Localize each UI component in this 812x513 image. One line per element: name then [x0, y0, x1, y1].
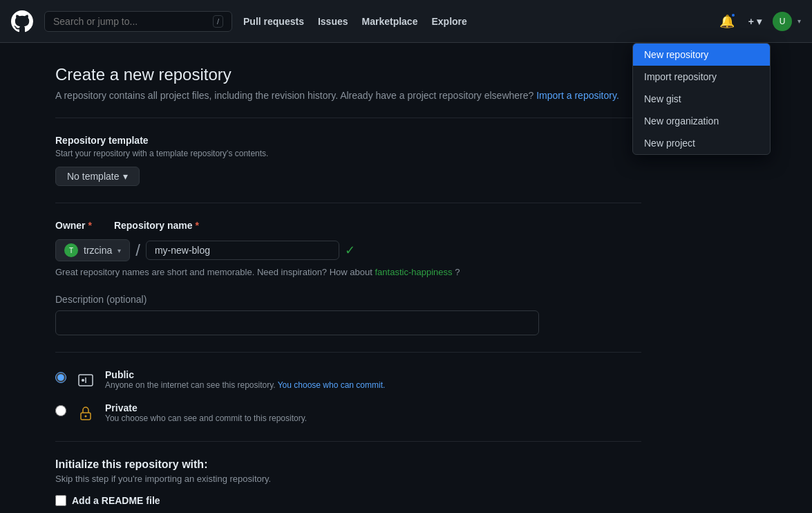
nav-marketplace[interactable]: Marketplace [362, 16, 418, 27]
private-label: Private [105, 402, 307, 413]
initialize-title: Initialize this repository with: [55, 458, 641, 471]
template-hint: Start your repository with a template re… [55, 149, 641, 158]
search-input[interactable] [53, 16, 213, 27]
avatar-label: U [780, 17, 786, 26]
plus-icon: + [748, 16, 754, 27]
divider-3 [55, 352, 641, 353]
description-section: Description (optional) [55, 294, 641, 335]
owner-repo-row: T trzcina ▾ / ✓ [55, 239, 641, 261]
dropdown-import-repository[interactable]: Import repository [633, 66, 770, 88]
dropdown-new-organization[interactable]: New organization [633, 110, 770, 132]
github-logo[interactable] [11, 10, 33, 32]
notifications-button[interactable]: 🔔 [717, 11, 737, 32]
divider-2 [55, 203, 641, 203]
public-option: Public Anyone on the internet can see th… [55, 369, 641, 391]
template-label: Repository template [55, 135, 641, 146]
owner-value: trzcina [84, 245, 112, 256]
divider-4 [55, 441, 641, 442]
nav-issues[interactable]: Issues [318, 16, 348, 27]
initialize-hint: Skip this step if you're importing an ex… [55, 474, 641, 484]
svg-point-4 [85, 416, 87, 418]
import-link[interactable]: Import a repository. [536, 90, 619, 101]
main-content: Create a new repository A repository con… [0, 43, 663, 513]
template-section: Repository template Start your repositor… [55, 135, 641, 186]
readme-checkbox[interactable] [55, 495, 66, 506]
template-button[interactable]: No template ▾ [55, 167, 140, 186]
readme-row: Add a README file [55, 495, 641, 506]
repo-required-marker: * [195, 220, 198, 231]
private-radio[interactable] [55, 405, 66, 416]
page-title: Create a new repository [55, 65, 641, 84]
svg-point-1 [82, 379, 84, 382]
public-icon [75, 369, 97, 391]
private-hint: You choose who can see and commit to thi… [105, 413, 307, 423]
readme-label: Add a README file [72, 495, 160, 506]
subtitle-text: A repository contains all project files,… [55, 90, 534, 101]
private-option: Private You choose who can see and commi… [55, 402, 641, 425]
repo-name-label: Repository name * [114, 220, 199, 231]
public-radio[interactable] [55, 372, 66, 383]
owner-required-marker: * [88, 220, 91, 231]
owner-repo-section: Owner * Repository name * T trzcina ▾ / … [55, 220, 641, 277]
dropdown-new-repository[interactable]: New repository [633, 44, 770, 66]
search-bar[interactable]: / [44, 11, 232, 32]
initialize-section: Initialize this repository with: Skip th… [55, 458, 641, 506]
dropdown-new-project[interactable]: New project [633, 132, 770, 154]
avatar-chevron-icon: ▾ [797, 17, 801, 25]
owner-avatar: T [64, 243, 78, 257]
description-label: Description (optional) [55, 294, 641, 305]
main-nav: Pull requests Issues Marketplace Explore [243, 16, 717, 27]
user-avatar-button[interactable]: U [773, 12, 792, 31]
divider-1 [55, 118, 641, 118]
check-icon: ✓ [345, 243, 355, 258]
dropdown-new-gist[interactable]: New gist [633, 88, 770, 110]
suggestion-text: Great repository names are short and mem… [55, 267, 641, 277]
search-shortcut: / [213, 15, 223, 28]
suggestion-link[interactable]: fantastic-happiness [375, 267, 452, 277]
private-text: Private You choose who can see and commi… [105, 402, 307, 423]
slash-separator: / [135, 241, 140, 260]
owner-chevron-icon: ▾ [117, 247, 121, 254]
repo-name-input[interactable] [146, 241, 339, 260]
page-subtitle: A repository contains all project files,… [55, 90, 641, 101]
private-icon [75, 402, 97, 425]
owner-label: Owner * [55, 220, 92, 231]
nav-pull-requests[interactable]: Pull requests [243, 16, 304, 27]
header-actions: 🔔 + ▾ U ▾ [717, 11, 801, 32]
public-text: Public Anyone on the internet can see th… [105, 369, 385, 390]
visibility-section: Public Anyone on the internet can see th… [55, 369, 641, 425]
chevron-down-icon: ▾ [123, 171, 128, 182]
chevron-down-icon: ▾ [757, 16, 762, 27]
public-hint-link[interactable]: You choose who can commit. [278, 380, 386, 390]
create-menu-button[interactable]: + ▾ [743, 13, 767, 30]
notification-dot [730, 12, 736, 18]
description-input[interactable] [55, 310, 539, 335]
header: / Pull requests Issues Marketplace Explo… [0, 0, 812, 43]
nav-explore[interactable]: Explore [431, 16, 466, 27]
owner-select[interactable]: T trzcina ▾ [55, 239, 130, 261]
public-hint: Anyone on the internet can see this repo… [105, 380, 385, 390]
create-dropdown: New repository Import repository New gis… [632, 43, 771, 155]
public-label: Public [105, 369, 385, 380]
template-button-label: No template [67, 171, 119, 182]
